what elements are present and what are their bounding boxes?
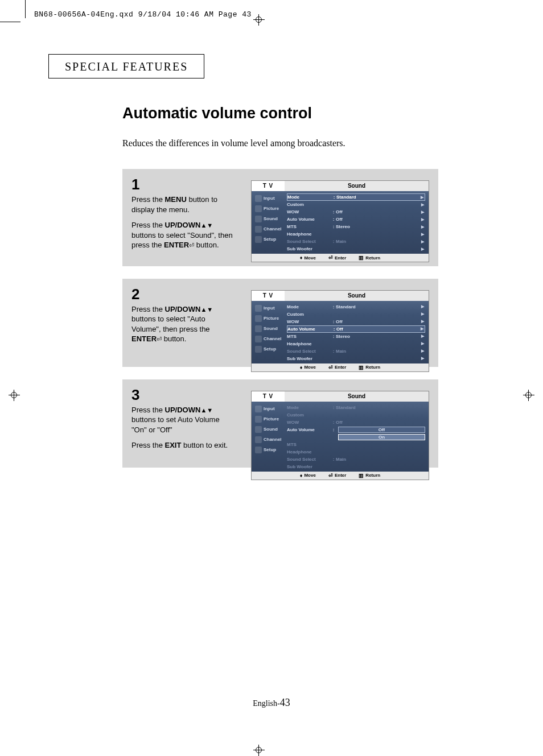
registration-mark-icon	[523, 390, 534, 401]
osd-sidebar-item: Picture	[252, 313, 285, 324]
chevron-right-icon: ▶	[421, 349, 424, 353]
osd-sidebar-label: Channel	[264, 224, 282, 234]
osd-menu: Mode:Standard▶Custom▶WOW:Off▶Auto Volume…	[285, 301, 429, 363]
osd-menu-row: MTS:Stereo▶	[287, 223, 425, 230]
bold-text: UP/DOWN	[165, 221, 201, 229]
chevron-right-icon: ▶	[421, 304, 424, 309]
osd-sidebar-label: Picture	[264, 204, 279, 214]
osd-row-value: Standard	[336, 195, 425, 200]
osd-row-value: Main	[336, 349, 425, 354]
osd-menu-row: Auto Volume:Off	[287, 426, 425, 433]
osd-menu-row: Sub Woofer▶	[287, 245, 425, 253]
osd-sidebar-icon	[255, 226, 262, 233]
osd-row-label: Sub Woofer	[287, 464, 331, 469]
page-number-value: 43	[280, 697, 290, 708]
osd-sidebar-label: Picture	[264, 414, 279, 424]
osd-sidebar-label: Setup	[264, 344, 276, 354]
osd-row-label: MTS	[287, 334, 331, 339]
osd-screenshot: T VSoundInputPictureSoundChannelSetupMod…	[251, 180, 429, 262]
osd-row-colon: :	[332, 195, 336, 200]
osd-sidebar-item: Input	[252, 193, 285, 204]
osd-screenshot: T VSoundInputPictureSoundChannelSetupMod…	[251, 290, 429, 372]
step-text: Press the MENU button to display the men…	[131, 195, 234, 250]
page-number-prefix: English-	[253, 699, 279, 708]
osd-row-label: Mode	[287, 405, 331, 410]
osd-sidebar: InputPictureSoundChannelSetup	[252, 301, 285, 363]
osd-row-value: Stereo	[336, 224, 425, 229]
registration-mark-icon	[253, 745, 265, 756]
osd-menu: Mode:Standard▶Custom▶WOW:Off▶Auto Volume…	[285, 191, 429, 254]
osd-sidebar-item: Setup	[252, 234, 285, 245]
page-title: Automatic volume control	[122, 105, 495, 122]
osd-row-colon: :	[331, 304, 336, 309]
osd-sidebar-label: Sound	[264, 214, 278, 224]
chevron-right-icon: ▶	[421, 356, 424, 361]
osd-row-colon: :	[331, 420, 336, 425]
chevron-right-icon: ▶	[421, 217, 424, 222]
osd-title: Sound	[285, 291, 429, 301]
osd-sidebar-item: Sound	[252, 324, 285, 334]
enter-icon: ⏎	[189, 242, 194, 249]
osd-footer-return: ▥Return	[359, 255, 380, 261]
chevron-right-icon: ▶	[421, 341, 424, 346]
osd-menu-row: WOW:Off▶	[287, 318, 425, 325]
osd-row-label: Mode	[287, 195, 332, 200]
intro-text: Reduces the differences in volume level …	[122, 138, 495, 148]
osd-sidebar-icon	[255, 236, 262, 243]
osd-menu-row: Custom	[287, 411, 425, 419]
page-number: English-43	[0, 697, 543, 709]
osd-menu-row: Sub Woofer▶	[287, 355, 425, 362]
osd-menu-row: Headphone	[287, 448, 425, 456]
osd-row-label: Auto Volume	[287, 427, 331, 432]
osd-row-value: Main	[336, 457, 425, 462]
osd-sidebar-label: Input	[264, 303, 275, 313]
osd-row-label: MTS	[287, 442, 331, 447]
step-block: 1Press the MENU button to display the me…	[122, 169, 438, 266]
osd-sidebar-label: Input	[264, 404, 275, 414]
chevron-right-icon: ▶	[421, 247, 424, 251]
osd-tv-label: T V	[252, 391, 285, 402]
osd-sidebar-item: Channel	[252, 224, 285, 234]
osd-sidebar: InputPictureSoundChannelSetup	[252, 191, 285, 254]
osd-sidebar-icon	[255, 205, 262, 212]
osd-row-value: Main	[336, 239, 425, 244]
osd-row-value: Off	[336, 420, 425, 425]
chevron-right-icon: ▶	[421, 225, 424, 229]
chevron-right-icon: ▶	[421, 239, 424, 244]
move-icon: ♦	[300, 473, 303, 478]
osd-menu-row: On	[287, 433, 425, 441]
osd-menu-row: Custom▶	[287, 311, 425, 318]
osd-sidebar-icon	[255, 195, 262, 202]
osd-row-label: WOW	[287, 319, 331, 324]
osd-sidebar-icon	[255, 216, 262, 222]
osd-sidebar-item: Setup	[252, 344, 285, 354]
chevron-right-icon: ▶	[421, 312, 424, 316]
osd-row-label: Headphone	[287, 341, 331, 346]
osd-row-value: Off	[336, 327, 425, 332]
osd-menu: Mode:StandardCustomWOW:OffAuto Volume:Of…	[285, 402, 429, 472]
osd-row-label: WOW	[287, 209, 331, 214]
osd-sidebar-item: Input	[252, 303, 285, 313]
osd-footer-move: ♦Move	[300, 473, 316, 478]
osd-menu-row: Mode:Standard▶	[287, 193, 425, 201]
osd-menu-row: Headphone▶	[287, 340, 425, 348]
osd-sidebar-item: Setup	[252, 445, 285, 455]
step-block: 2Press the UP/DOWN▲▼ buttons to select "…	[122, 279, 438, 367]
osd-menu-row: Custom▶	[287, 201, 425, 208]
osd-row-label: Custom	[287, 202, 331, 207]
osd-sidebar-icon	[255, 406, 262, 412]
osd-menu-row: Sound Select:Main	[287, 456, 425, 463]
osd-row-label: Sound Select	[287, 457, 331, 462]
osd-row-colon: :	[331, 209, 336, 214]
osd-footer-enter: ⏎Enter	[328, 255, 346, 261]
osd-row-value: Off	[336, 319, 425, 324]
osd-row-colon: :	[332, 327, 336, 332]
osd-row-colon: :	[331, 427, 336, 432]
osd-row-label: Sub Woofer	[287, 246, 331, 251]
osd-row-colon: :	[331, 405, 336, 410]
osd-menu-row: Sound Select:Main▶	[287, 238, 425, 245]
osd-row-label: Sound Select	[287, 239, 331, 244]
move-icon: ♦	[300, 365, 303, 370]
osd-sidebar-item: Picture	[252, 204, 285, 214]
osd-sidebar-label: Setup	[264, 445, 276, 455]
